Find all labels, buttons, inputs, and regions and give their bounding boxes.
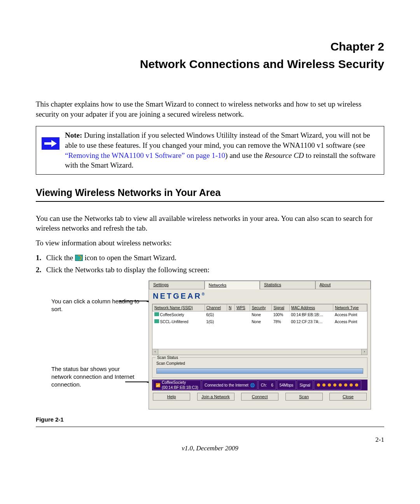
status-internet: Connected to the Internet🌐 <box>202 380 257 390</box>
step-1: 1. Click the icon to open the Smart Wiza… <box>36 253 384 263</box>
scan-button[interactable]: Scan <box>285 393 323 401</box>
scroll-right-icon[interactable]: › <box>361 349 368 355</box>
step-1-number: 1. <box>36 253 44 263</box>
svg-rect-0 <box>44 142 52 145</box>
status-channel: Ch: 6 <box>258 380 276 390</box>
note-text: Note: During installation if you selecte… <box>65 130 378 170</box>
svg-marker-1 <box>51 140 57 147</box>
cell-type: Access Point <box>333 312 367 318</box>
tab-statistics[interactable]: Statistics <box>260 281 315 289</box>
note-label: Note: <box>65 131 82 139</box>
status-signal-label: Signal <box>297 380 313 390</box>
col-mac[interactable]: MAC Address <box>289 304 333 312</box>
step-2-number: 2. <box>36 265 44 275</box>
step-2: 2. Click the Networks tab to display the… <box>36 265 384 275</box>
cell-wps <box>235 318 250 326</box>
col-channel[interactable]: Channel <box>205 304 227 312</box>
table-header-row: Network Name (SSID) Channel N WPS Securi… <box>153 304 367 312</box>
section-heading: Viewing Wireless Networks in Your Area <box>36 186 384 202</box>
arrow-right-icon <box>42 137 60 150</box>
step-1-text-a: Click the <box>46 254 75 262</box>
doc-version: v1.0, December 2009 <box>36 444 384 453</box>
page-footer: 2-1 v1.0, December 2009 <box>36 436 384 451</box>
wifi-icon: 📶 <box>156 383 160 388</box>
status-network-name: CoffeeSociety <box>162 380 186 385</box>
connect-button[interactable]: Connect <box>241 393 278 401</box>
cell-type: Access Point <box>333 318 367 326</box>
table-row[interactable]: CoffeeSociety 6(G) None 100% 00:14:BF:EB… <box>153 312 367 318</box>
chapter-number: Chapter 2 <box>36 39 384 55</box>
note-box: Note: During installation if you selecte… <box>36 126 384 175</box>
tray-icon <box>75 255 83 261</box>
status-bar: 📶 CoffeeSociety (00:14:BF:EB:1B:C3) Conn… <box>152 380 368 390</box>
cell-mac: 00:14:BF:EB:1B:... <box>289 312 333 318</box>
note-part1: During installation if you selected Wind… <box>65 131 370 149</box>
col-n[interactable]: N <box>227 304 234 312</box>
col-wps[interactable]: WPS <box>235 304 250 312</box>
figure-caption: Figure 2-1 <box>36 416 384 427</box>
ap-icon <box>154 319 159 323</box>
cell-channel: 1(G) <box>205 318 227 326</box>
steps-list: 1. Click the icon to open the Smart Wiza… <box>36 253 384 275</box>
note-link[interactable]: “Removing the WNA1100 v1 Software” on pa… <box>65 151 225 159</box>
scan-status-group: Scan Status Scan Completed <box>152 357 368 378</box>
figure-area: You can click a column heading to sort. … <box>36 280 384 413</box>
signal-bars-icon <box>314 380 361 390</box>
networks-table: Network Name (SSID) Channel N WPS Securi… <box>152 304 368 355</box>
status-rate: 54Mbps <box>277 380 296 390</box>
chapter-title: Network Connections and Wireless Securit… <box>36 56 384 72</box>
cell-ssid: SCCL-Unfiltered <box>160 320 189 324</box>
cell-mac: 00:12:CF:23:7A:... <box>289 318 333 326</box>
horizontal-scrollbar[interactable]: ‹ › <box>152 349 367 355</box>
tab-bar: Settings Networks Statistics About <box>149 281 371 289</box>
callout-status: The status bar shows your network connec… <box>51 365 141 389</box>
app-window: Settings Networks Statistics About NETGE… <box>149 280 371 410</box>
close-button[interactable]: Close <box>329 393 367 401</box>
join-network-button[interactable]: Join a Network <box>197 393 234 401</box>
cell-security: None <box>250 318 272 326</box>
status-network-mac: (00:14:BF:EB:1B:C3) <box>162 385 198 390</box>
help-button[interactable]: Help <box>153 393 190 401</box>
step-1-text-b: icon to open the Smart Wizard. <box>84 254 176 262</box>
cell-n <box>227 318 234 326</box>
brand-logo: NETGEAR® <box>149 289 371 304</box>
tab-settings[interactable]: Settings <box>149 281 205 289</box>
col-type[interactable]: Network Type <box>333 304 367 312</box>
tab-about[interactable]: About <box>315 281 371 289</box>
note-part2: ) and use the <box>225 151 264 159</box>
cell-ssid: CoffeeSociety <box>160 313 184 317</box>
note-italic: Resource CD <box>264 151 304 159</box>
tab-networks[interactable]: Networks <box>205 281 260 289</box>
scan-progress-bar <box>156 368 363 374</box>
cell-channel: 6(G) <box>205 312 227 318</box>
cell-signal: 78% <box>272 318 290 326</box>
button-row: Help Join a Network Connect Scan Close <box>149 392 371 403</box>
body-para-1: You can use the Networks tab to view all… <box>36 214 384 233</box>
col-signal[interactable]: Signal <box>272 304 290 312</box>
ap-icon <box>154 312 159 316</box>
cell-n <box>227 312 234 318</box>
body-para-2: To view information about wireless netwo… <box>36 238 384 248</box>
callout-sort: You can click a column heading to sort. <box>51 298 141 313</box>
cell-wps <box>235 312 250 318</box>
cell-signal: 100% <box>272 312 290 318</box>
cell-security: None <box>250 312 272 318</box>
step-2-text: Click the Networks tab to display the fo… <box>46 266 210 274</box>
status-network: 📶 CoffeeSociety (00:14:BF:EB:1B:C3) <box>153 380 201 390</box>
scan-status-text: Scan Completed <box>156 361 185 366</box>
page-number: 2-1 <box>375 436 384 444</box>
scan-status-label: Scan Status <box>156 355 180 360</box>
intro-paragraph: This chapter explains how to use the Sma… <box>36 99 384 119</box>
table-row[interactable]: SCCL-Unfiltered 1(G) None 78% 00:12:CF:2… <box>153 318 367 326</box>
col-ssid[interactable]: Network Name (SSID) <box>153 304 205 312</box>
scroll-left-icon[interactable]: ‹ <box>152 349 158 355</box>
col-security[interactable]: Security <box>250 304 272 312</box>
globe-icon: 🌐 <box>250 383 255 388</box>
